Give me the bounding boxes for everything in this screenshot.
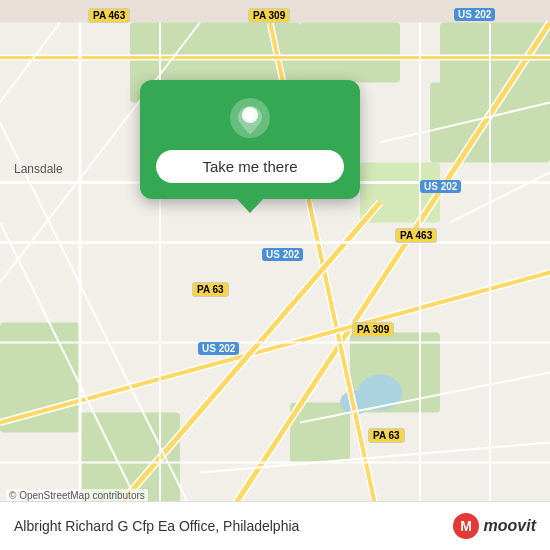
map-container: PA 463 PA 309 US 202 US 202 US 202 US 20… <box>0 0 550 550</box>
road-label-us202-top: US 202 <box>454 8 495 21</box>
moovit-text: moovit <box>484 517 536 535</box>
road-label-pa309-bot: PA 309 <box>352 322 394 337</box>
moovit-logo: M moovit <box>452 512 536 540</box>
road-label-pa63: PA 63 <box>192 282 229 297</box>
bottom-bar: Albright Richard G Cfp Ea Office, Philad… <box>0 501 550 550</box>
road-label-us202-bot: US 202 <box>198 342 239 355</box>
road-label-pa63-bot: PA 63 <box>368 428 405 443</box>
popup-card: Take me there <box>140 80 360 199</box>
take-me-there-button[interactable]: Take me there <box>156 150 344 183</box>
business-name: Albright Richard G Cfp Ea Office, Philad… <box>14 518 299 534</box>
moovit-icon: M <box>452 512 480 540</box>
svg-text:M: M <box>460 518 472 534</box>
road-label-us202-mid1: US 202 <box>420 180 461 193</box>
road-label-pa463-mid: PA 463 <box>395 228 437 243</box>
road-label-us202-mid2: US 202 <box>262 248 303 261</box>
road-label-pa463-top: PA 463 <box>88 8 130 23</box>
location-pin-icon <box>228 96 272 140</box>
road-label-pa309-top: PA 309 <box>248 8 290 23</box>
svg-rect-2 <box>300 23 400 83</box>
svg-point-40 <box>245 111 255 121</box>
city-label: Lansdale <box>14 162 63 176</box>
